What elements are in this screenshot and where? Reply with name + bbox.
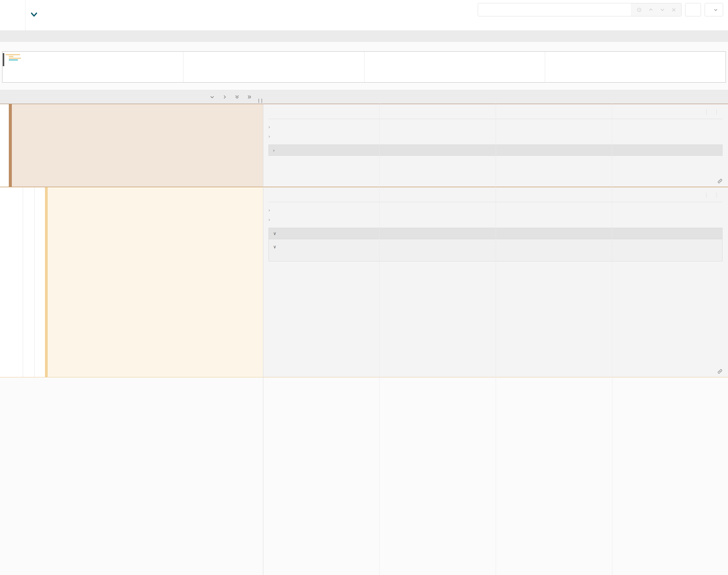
find-box xyxy=(478,3,682,16)
keyboard-shortcuts-button[interactable] xyxy=(685,3,701,16)
collapse-one-chevron-right-icon[interactable] xyxy=(222,94,227,100)
locate-icon[interactable] xyxy=(636,7,642,13)
span-detail-panel: › › › xyxy=(0,104,728,187)
span-detail-panel: › › ∨ ∨ xyxy=(0,187,728,377)
expand-one-chevron-down-icon[interactable] xyxy=(209,94,215,100)
detail-left-column xyxy=(0,187,263,377)
expand-all-double-chevron-down-icon[interactable] xyxy=(234,94,240,100)
chevron-right-icon: › xyxy=(268,217,270,222)
chevron-right-icon: › xyxy=(268,134,270,139)
span-detail-card: › › › xyxy=(263,104,728,187)
find-nav-controls xyxy=(631,3,681,16)
tags-accordion[interactable]: › xyxy=(268,122,723,131)
trace-view-select[interactable] xyxy=(705,3,723,16)
top-bar xyxy=(0,0,728,30)
chevron-right-icon: › xyxy=(268,207,270,212)
minimap-tick-labels xyxy=(2,44,726,50)
span-detail-card: › › ∨ ∨ xyxy=(263,187,728,377)
gridline xyxy=(364,52,364,82)
log-entry-accordion[interactable]: ∨ xyxy=(273,242,718,252)
collapse-header-chevron-down-icon[interactable] xyxy=(30,10,38,20)
logs-body: ∨ xyxy=(268,239,723,261)
detail-left-column xyxy=(0,104,263,187)
collapse-all-double-chevron-right-icon[interactable] xyxy=(247,94,252,100)
column-resizer-grip[interactable] xyxy=(259,99,262,103)
trace-minimap[interactable] xyxy=(0,42,728,90)
minimap-viewport[interactable] xyxy=(2,51,726,82)
minimap-span-bar xyxy=(5,54,20,55)
next-result-chevron-down-icon[interactable] xyxy=(660,7,665,12)
minimap-span-bar xyxy=(9,58,21,59)
minimap-drag-handle[interactable] xyxy=(3,53,4,66)
gridline xyxy=(183,52,184,82)
chevron-down-icon: ∨ xyxy=(273,244,276,249)
chevron-right-icon: › xyxy=(273,147,274,153)
prev-result-chevron-up-icon[interactable] xyxy=(648,7,654,12)
back-button[interactable] xyxy=(0,0,26,30)
chevron-right-icon: › xyxy=(268,124,270,129)
trace-title-block xyxy=(30,1,42,20)
chevron-down-icon: ∨ xyxy=(273,231,276,236)
process-accordion[interactable]: › xyxy=(268,215,723,224)
service-operation-header xyxy=(0,90,263,104)
chevron-down-icon xyxy=(714,8,718,12)
logs-accordion[interactable]: › xyxy=(268,144,723,156)
minimap-span-bar xyxy=(9,60,18,60)
tags-accordion[interactable]: › xyxy=(268,205,723,215)
clear-search-x-icon[interactable] xyxy=(671,7,676,12)
logs-accordion[interactable]: ∨ xyxy=(268,228,723,239)
service-color-strip xyxy=(45,187,48,377)
trace-summary-bar xyxy=(0,30,728,42)
deep-link-icon[interactable] xyxy=(717,178,723,184)
gridline xyxy=(545,52,545,82)
minimap-span-bar xyxy=(9,56,13,57)
find-input[interactable] xyxy=(478,3,631,16)
service-color-strip xyxy=(9,104,12,187)
span-rows-area: › › › xyxy=(0,104,728,575)
process-accordion[interactable]: › xyxy=(268,131,723,141)
header-controls xyxy=(478,3,723,16)
deep-link-icon[interactable] xyxy=(717,369,723,374)
timeline-tick-labels xyxy=(263,90,728,104)
timeline-grid-header xyxy=(0,90,728,104)
